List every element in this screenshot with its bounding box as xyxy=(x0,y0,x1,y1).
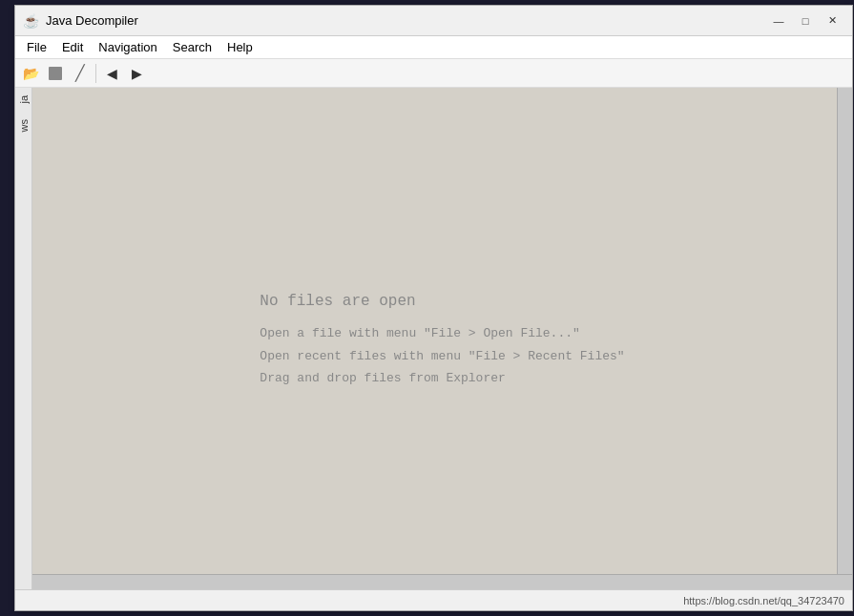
title-bar-left: ☕ Java Decompiler xyxy=(23,13,138,29)
back-button[interactable]: ◀ xyxy=(100,62,123,85)
app-icon: ☕ xyxy=(23,13,38,29)
toolbar-separator xyxy=(95,64,96,83)
title-bar: ☕ Java Decompiler — □ ✕ xyxy=(15,6,852,36)
content-area: ja ws No files are open Open a file with… xyxy=(15,88,852,589)
menu-file[interactable]: File xyxy=(19,36,54,58)
save-button[interactable] xyxy=(44,62,67,85)
window-title: Java Decompiler xyxy=(46,13,138,28)
empty-state-title: No files are open xyxy=(260,288,624,316)
sidebar-tab-ws[interactable]: ws xyxy=(16,115,31,135)
main-content: No files are open Open a file with menu … xyxy=(32,88,852,589)
horizontal-scrollbar[interactable] xyxy=(32,574,852,589)
close-tab-icon: ╱ xyxy=(75,64,85,82)
menu-help[interactable]: Help xyxy=(219,36,260,58)
vertical-scrollbar[interactable] xyxy=(837,88,852,574)
minimize-button[interactable]: — xyxy=(766,11,791,31)
open-file-button[interactable]: 📂 xyxy=(19,62,42,85)
main-window: ☕ Java Decompiler — □ ✕ File Edit Naviga… xyxy=(14,5,853,611)
sidebar: ja ws xyxy=(15,88,32,589)
close-tab-button[interactable]: ╱ xyxy=(69,62,92,85)
back-icon: ◀ xyxy=(107,66,117,81)
toolbar: 📂 ╱ ◀ ▶ xyxy=(15,59,852,88)
empty-state-line3: Drag and drop files from Explorer xyxy=(260,367,624,389)
forward-icon: ▶ xyxy=(132,66,142,81)
close-button[interactable]: ✕ xyxy=(820,11,844,31)
menu-edit[interactable]: Edit xyxy=(54,36,91,58)
sidebar-tab-ja[interactable]: ja xyxy=(16,92,31,108)
forward-button[interactable]: ▶ xyxy=(125,62,148,85)
title-bar-buttons: — □ ✕ xyxy=(766,11,844,31)
status-url: https://blog.csdn.net/qq_34723470 xyxy=(683,595,844,606)
empty-state-line2: Open recent files with menu "File > Rece… xyxy=(260,345,624,367)
menu-bar: File Edit Navigation Search Help xyxy=(15,36,852,59)
empty-state-line1: Open a file with menu "File > Open File.… xyxy=(260,322,624,344)
status-bar: https://blog.csdn.net/qq_34723470 xyxy=(15,589,852,610)
save-icon xyxy=(49,67,62,80)
empty-state: No files are open Open a file with menu … xyxy=(260,288,624,390)
open-file-icon: 📂 xyxy=(23,66,39,81)
menu-search[interactable]: Search xyxy=(165,36,219,58)
menu-navigation[interactable]: Navigation xyxy=(91,36,164,58)
maximize-button[interactable]: □ xyxy=(793,11,818,31)
